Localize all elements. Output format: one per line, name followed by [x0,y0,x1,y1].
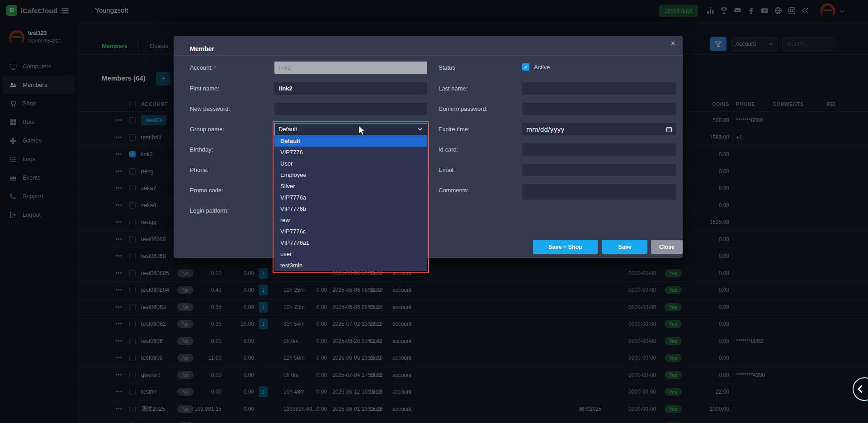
chevron-down-icon [417,126,423,132]
group-option-User[interactable]: User [274,158,427,169]
modal-header-divider [174,55,683,56]
save-shop-button[interactable]: Save + Shop [533,240,598,254]
group-option-VIP7776a[interactable]: VIP7776a [274,192,427,203]
group-option-Employee[interactable]: Employee [274,169,427,181]
group-option-test3min[interactable]: test3min [274,260,427,271]
member-modal: Member × Account:* First name: New passw… [174,36,683,258]
group-option-VIP7776a1[interactable]: VIP7776a1 [274,237,427,248]
status-label: Status [439,64,455,71]
chevron-left-icon [855,384,868,394]
group-option-rew[interactable]: rew [274,214,427,226]
group-name-value: Default [278,126,297,133]
group-option-user[interactable]: user [274,248,427,260]
expire-time-label: Expire time: [439,126,470,133]
last-name-field[interactable] [522,82,676,95]
group-option-Silver[interactable]: Silver [274,181,427,192]
phone-label: Phone: [190,166,208,173]
save-button[interactable]: Save [602,240,647,254]
expire-date-input[interactable]: mm/dd/yyyy [522,123,676,135]
new-password-field[interactable] [274,103,427,115]
group-name-label: Group name: [190,126,224,133]
birthday-label: Birthday: [190,146,213,153]
id-card-field[interactable] [522,143,676,156]
email-field[interactable] [522,164,676,176]
first-name-label: First name: [190,85,219,92]
confirm-password-label: Confirm password: [439,105,487,112]
active-checkbox[interactable]: ✓ [522,63,529,71]
promo-code-label: Promo code: [190,187,223,194]
id-card-label: Id card: [439,146,458,153]
modal-title: Member [190,45,214,52]
close-icon[interactable]: × [670,39,675,48]
required-asterisk: * [214,64,216,71]
account-label: Account:* [190,64,216,71]
active-checkbox-label: Active [534,64,550,71]
group-option-VIP7776c[interactable]: VIP7776c [274,226,427,237]
email-label: Email: [439,166,455,173]
group-name-listbox: DefaultVIP7776UserEmployeeSilverVIP7776a… [274,135,427,271]
group-name-select[interactable]: Default [274,123,427,135]
confirm-password-field[interactable] [522,103,676,115]
close-button[interactable]: Close [651,240,683,254]
date-placeholder: mm/dd/yyyy [526,126,565,133]
status-checkbox-group: ✓ Active [522,63,550,71]
group-option-Default[interactable]: Default [274,135,427,147]
login-platform-label: Login paltform: [190,207,229,214]
comments-field[interactable] [522,184,676,200]
group-option-VIP7776[interactable]: VIP7776 [274,147,427,158]
calendar-icon[interactable] [666,126,672,133]
new-password-label: New password: [190,105,230,112]
first-name-field[interactable] [274,82,427,95]
comments-label: Comments: [439,187,468,194]
group-option-VIP7776b[interactable]: VIP7776b [274,203,427,214]
account-field [274,62,427,74]
last-name-label: Last name: [439,85,467,92]
